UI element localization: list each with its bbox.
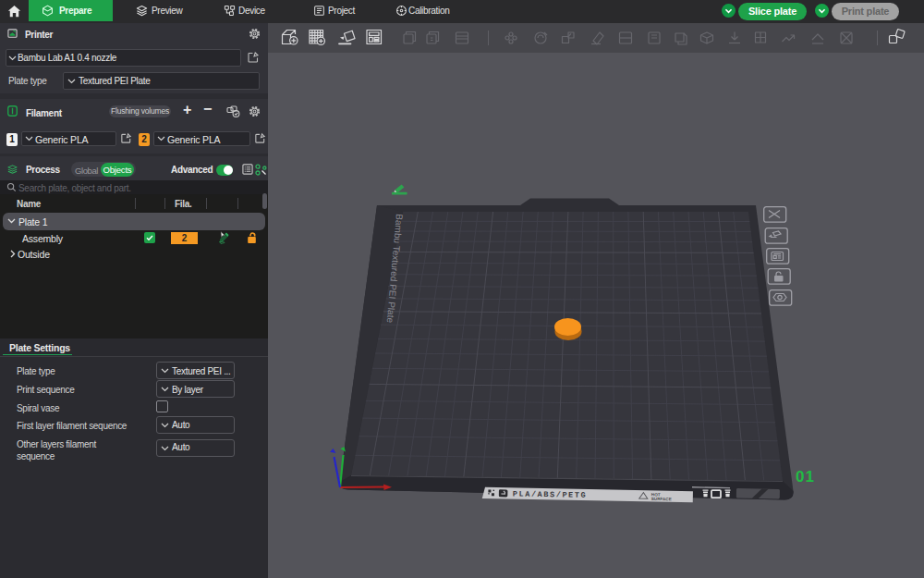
svg-text:SURFACE: SURFACE <box>651 497 672 501</box>
svg-text:01: 01 <box>796 468 815 486</box>
svg-text:PLA/ABS/PETG: PLA/ABS/PETG <box>513 489 588 500</box>
